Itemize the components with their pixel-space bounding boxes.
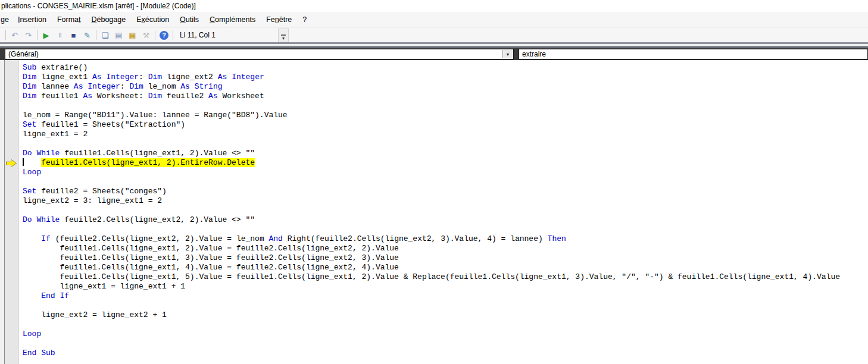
- pause-icon[interactable]: ‖: [53, 29, 67, 41]
- code-line[interactable]: feuille1.Cells(ligne_ext1, 5).Value = fe…: [23, 272, 868, 282]
- procedure-dropdown-value: extraire: [522, 50, 546, 58]
- code-line[interactable]: [23, 301, 868, 310]
- code-text[interactable]: Sub extraire()Dim ligne_ext1 As Integer:…: [18, 60, 868, 364]
- toolbox-icon[interactable]: ⚒: [139, 29, 153, 41]
- execution-highlight: feuille1.Cells(ligne_ext1, 2).EntireRow.…: [41, 158, 255, 167]
- code-line[interactable]: Loop: [23, 330, 868, 339]
- code-line[interactable]: [23, 206, 868, 215]
- code-line[interactable]: Do While feuille1.Cells(ligne_ext1, 2).V…: [23, 149, 868, 158]
- window-title: plications - CONGES_MAIRIE.xlsm [arrêt] …: [1, 2, 196, 10]
- toolbar: ↶↷▶‖■✎❏▤▦⚒? Li 11, Col 1 ▾: [0, 28, 868, 42]
- project-explorer-icon[interactable]: ❏: [98, 29, 112, 41]
- code-line[interactable]: Sub extraire(): [23, 63, 868, 73]
- menu-item-execution[interactable]: Exécution: [131, 13, 174, 26]
- menu-item-affichage-partial[interactable]: ge: [0, 13, 13, 26]
- run-icon[interactable]: ▶: [39, 29, 53, 41]
- procedure-dropdown[interactable]: extraire: [519, 49, 868, 59]
- menu-item-outils[interactable]: Outils: [174, 13, 204, 26]
- menu-item-aide[interactable]: ?: [297, 13, 312, 26]
- menu-item-insertion[interactable]: Insertion: [13, 13, 52, 26]
- chevron-down-icon: ▼: [506, 52, 510, 57]
- redo-icon[interactable]: ↷: [21, 29, 35, 41]
- menu-bar: geInsertionFormatDébogageExécutionOutils…: [0, 12, 868, 28]
- object-dropdown[interactable]: (Général) ▼: [5, 49, 514, 59]
- code-line[interactable]: feuille1.Cells(ligne_ext1, 2).EntireRow.…: [23, 158, 868, 168]
- stop-icon[interactable]: ■: [67, 29, 80, 41]
- code-line[interactable]: ligne_ext1 = ligne_ext1 + 1: [23, 282, 868, 291]
- breakpoint-margin[interactable]: [5, 60, 18, 364]
- toolbar-separator: [173, 30, 173, 40]
- design-mode-icon[interactable]: ✎: [80, 29, 94, 41]
- toolbar-separator: [155, 30, 155, 40]
- code-line[interactable]: Set feuille1 = Sheets("Extraction"): [23, 120, 868, 130]
- code-line[interactable]: feuille1.Cells(ligne_ext1, 3).Value = fe…: [23, 253, 868, 263]
- code-line[interactable]: [23, 139, 868, 149]
- menu-item-debogage[interactable]: Débogage: [86, 13, 131, 26]
- code-line[interactable]: End Sub: [23, 349, 868, 358]
- chevron-down-icon: ▾: [282, 37, 285, 40]
- help-icon[interactable]: ?: [157, 29, 171, 41]
- menu-item-format[interactable]: Format: [52, 13, 86, 26]
- editor-left-frame: [0, 60, 5, 364]
- object-dropdown-button[interactable]: ▼: [502, 50, 513, 58]
- toolbar-separator: [37, 30, 38, 40]
- code-line[interactable]: Set feuille2 = Sheets("conges"): [23, 187, 868, 196]
- code-line[interactable]: [23, 101, 868, 111]
- toolbar-dock-edge: [0, 42, 868, 48]
- menu-item-complements[interactable]: Compléments: [204, 13, 261, 26]
- code-line[interactable]: feuille1.Cells(ligne_ext1, 4).Value = fe…: [23, 263, 868, 272]
- menu-item-fenetre[interactable]: Fenêtre: [261, 13, 297, 26]
- code-line[interactable]: ligne_ext1 = 2: [23, 130, 868, 139]
- code-line[interactable]: Loop: [23, 168, 868, 177]
- code-line[interactable]: ligne_ext2 = ligne_ext2 + 1: [23, 310, 868, 320]
- code-line[interactable]: [23, 225, 868, 234]
- code-line[interactable]: Dim feuille1 As Worksheet: Dim feuille2 …: [23, 92, 868, 101]
- code-editor[interactable]: Sub extraire()Dim ligne_ext1 As Integer:…: [0, 60, 868, 364]
- code-line[interactable]: Dim ligne_ext1 As Integer: Dim ligne_ext…: [23, 73, 868, 82]
- cursor-position-label: Li 11, Col 1: [180, 31, 216, 39]
- toolbar-separator: [5, 30, 6, 40]
- text-caret: [23, 158, 24, 166]
- help-icon-glyph: ?: [160, 31, 168, 40]
- properties-window-icon[interactable]: ▤: [112, 29, 126, 41]
- toolbar-separator: [96, 30, 96, 40]
- code-line[interactable]: [23, 339, 868, 349]
- object-dropdown-value: (Général): [8, 50, 39, 58]
- code-line[interactable]: feuille1.Cells(ligne_ext1, 2).Value = fe…: [23, 244, 868, 253]
- code-line[interactable]: If (feuille2.Cells(ligne_ext2, 2).Value …: [23, 234, 868, 244]
- code-line[interactable]: Dim lannee As Integer: Dim le_nom As Str…: [23, 82, 868, 92]
- procedure-bar: (Général) ▼ extraire: [0, 48, 868, 61]
- code-line[interactable]: [23, 320, 868, 330]
- toolbar-options-button[interactable]: ▾: [278, 29, 289, 42]
- title-bar: plications - CONGES_MAIRIE.xlsm [arrêt] …: [0, 0, 868, 12]
- code-line[interactable]: End If: [23, 291, 868, 301]
- code-line[interactable]: ligne_ext2 = 3: ligne_ext1 = 2: [23, 196, 868, 206]
- code-line[interactable]: le_nom = Range("BD11").Value: lannee = R…: [23, 111, 868, 120]
- undo-icon[interactable]: ↶: [8, 29, 21, 41]
- code-line[interactable]: Do While feuille2.Cells(ligne_ext2, 2).V…: [23, 215, 868, 225]
- code-line[interactable]: [23, 177, 868, 187]
- object-browser-icon[interactable]: ▦: [126, 29, 139, 41]
